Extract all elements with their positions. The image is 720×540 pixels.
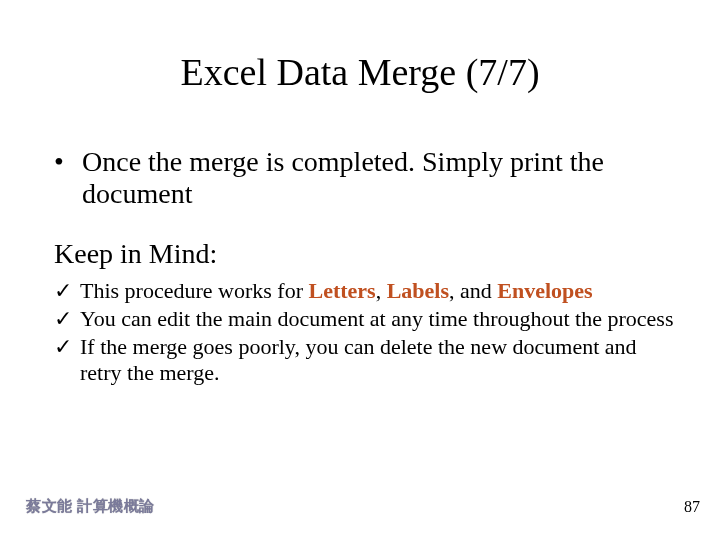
check-item-1: ✓ This procedure works for Letters, Labe…	[54, 278, 674, 304]
bullet-text-1: Once the merge is completed. Simply prin…	[82, 146, 674, 210]
slide-body: • Once the merge is completed. Simply pr…	[54, 146, 674, 388]
emph-envelopes: Envelopes	[497, 278, 592, 303]
bullet-item-1: • Once the merge is completed. Simply pr…	[54, 146, 674, 210]
check-text-1: This procedure works for Letters, Labels…	[80, 278, 674, 304]
check-item-2: ✓ You can edit the main document at any …	[54, 306, 674, 332]
subheading: Keep in Mind:	[54, 238, 674, 270]
check-item-3: ✓ If the merge goes poorly, you can dele…	[54, 334, 674, 386]
emph-letters: Letters	[309, 278, 376, 303]
check-text-3: If the merge goes poorly, you can delete…	[80, 334, 674, 386]
check-text-2: You can edit the main document at any ti…	[80, 306, 674, 332]
bullet-dot-icon: •	[54, 146, 72, 178]
checkmark-icon: ✓	[54, 278, 72, 304]
footer-author: 蔡文能 計算機概論	[26, 497, 155, 516]
check1-prefix: This procedure works for	[80, 278, 309, 303]
checkmark-icon: ✓	[54, 334, 72, 360]
checkmark-icon: ✓	[54, 306, 72, 332]
page-number: 87	[684, 498, 700, 516]
sep1: ,	[376, 278, 387, 303]
emph-labels: Labels	[387, 278, 449, 303]
sep2: , and	[449, 278, 497, 303]
slide: Excel Data Merge (7/7) • Once the merge …	[0, 0, 720, 540]
slide-title: Excel Data Merge (7/7)	[0, 50, 720, 94]
check-list: ✓ This procedure works for Letters, Labe…	[54, 278, 674, 386]
